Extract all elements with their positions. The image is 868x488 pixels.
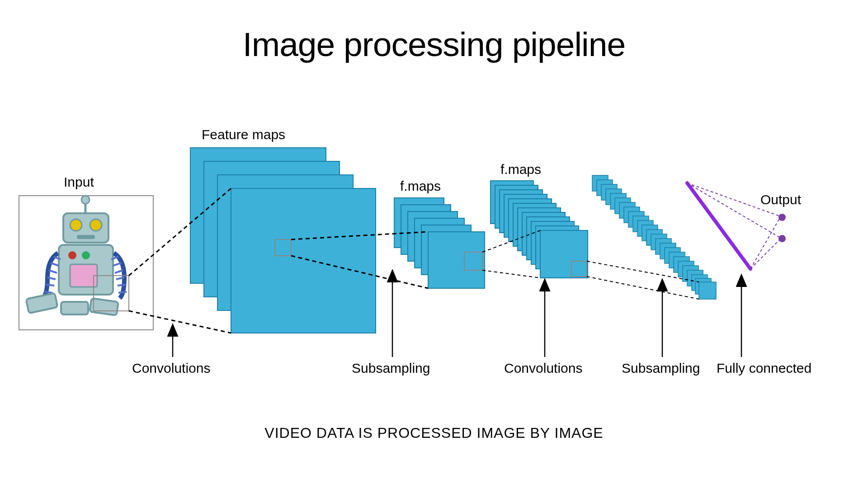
svg-line-66 [482,270,540,278]
robot-icon [26,196,127,315]
stage-fmaps-tiny [592,175,716,299]
svg-rect-35 [540,230,588,278]
svg-rect-12 [61,302,88,314]
svg-line-72 [750,240,779,269]
svg-rect-17 [231,188,376,333]
svg-line-68 [587,277,699,299]
fully-connected-layer [687,183,750,269]
cnn-diagram [0,0,868,488]
svg-rect-23 [428,232,485,288]
projection-fc-to-output [687,183,779,269]
svg-point-2 [81,196,90,204]
stage-feature-maps [190,148,376,333]
output-node-1 [778,214,786,221]
svg-point-4 [70,219,82,231]
svg-rect-6 [77,235,95,239]
svg-point-5 [90,219,102,231]
slide-caption: VIDEO DATA IS PROCESSED IMAGE BY IMAGE [0,425,868,441]
slide: Image processing pipeline Input Feature … [0,0,868,488]
output-node-2 [778,235,786,242]
stage-fmaps-1 [394,198,485,288]
svg-rect-11 [26,293,57,313]
svg-rect-60 [699,282,716,299]
svg-point-8 [68,251,76,259]
svg-line-71 [687,183,779,237]
stage-fmaps-2 [491,181,588,278]
svg-point-9 [82,251,90,259]
